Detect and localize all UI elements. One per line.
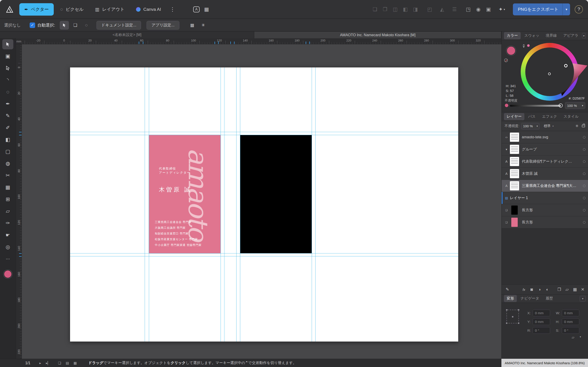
guide-line-vertical[interactable]	[149, 67, 149, 342]
rectangle-tool-icon[interactable]: ▢	[2, 147, 13, 157]
adjustment-layer-icon[interactable]: ◑	[536, 287, 544, 292]
tab-effects[interactable]: エフェク	[539, 113, 560, 120]
visibility-toggle[interactable]	[580, 197, 588, 199]
fill-color-well[interactable]	[506, 46, 516, 55]
document-info-strip[interactable]: AMAOTO Inc. Namecard Makoto Kisohara (10…	[502, 359, 588, 367]
document-tab-active[interactable]: AMAOTO Inc. Namecard Makoto Kisohara [M]	[254, 32, 502, 38]
w-field[interactable]: 0 mm	[562, 310, 579, 316]
canvas-viewport[interactable]: amaoto 代表取締役 アートディレクター 木曽原 誠 三重県商工会連合会 専…	[22, 44, 502, 359]
visibility-toggle[interactable]	[580, 136, 588, 139]
spread-view-icon[interactable]: ▤	[63, 361, 71, 365]
expand-chevron-icon[interactable]: ▾	[503, 148, 510, 151]
layer-row[interactable]: ‹› amaoto-tete.svg	[502, 131, 588, 143]
duplicate-layer-icon[interactable]: ❐	[555, 287, 563, 292]
layer-list-empty-area[interactable]	[502, 228, 588, 284]
r-field[interactable]: 0 °	[533, 327, 550, 334]
character-style-icon[interactable]: A	[191, 4, 201, 15]
vector-brush-tool-icon[interactable]: ✐	[2, 123, 13, 133]
tab-paths[interactable]: パス	[525, 113, 538, 120]
picture-frame-tool-icon[interactable]: ▦	[2, 182, 13, 192]
layer-opacity-field[interactable]: 100 % ▾	[521, 123, 540, 129]
tab-transform[interactable]: 変形	[504, 295, 517, 302]
knife-tool-icon[interactable]: ✂	[2, 170, 13, 181]
new-layer-icon[interactable]: ▦	[571, 287, 579, 292]
pan-tool-icon[interactable]: ☛	[2, 230, 13, 240]
current-fill-color-swatch[interactable]	[4, 270, 12, 278]
guide-line-vertical[interactable]	[224, 67, 225, 342]
guide-line-vertical[interactable]	[236, 67, 237, 342]
alignment-icon[interactable]: ☰	[450, 4, 460, 15]
help-button[interactable]: ?	[575, 5, 583, 14]
last-page-icon[interactable]: ▸▏	[44, 361, 52, 365]
no-color-icon[interactable]	[504, 58, 508, 62]
opacity-slider-handle[interactable]	[559, 103, 563, 108]
settings-gear-icon[interactable]: ✳	[199, 21, 208, 30]
move-tool-icon[interactable]	[2, 39, 13, 49]
select-cursor-toggle[interactable]	[60, 21, 69, 30]
hue-selector-dot[interactable]	[564, 64, 568, 67]
fx-icon[interactable]: fx	[520, 288, 528, 292]
single-page-view-icon[interactable]: ❏	[56, 361, 63, 365]
more-tools-icon[interactable]: ⋯	[2, 254, 13, 264]
app-settings-button[interactable]: アプリ設定...	[147, 21, 179, 30]
grid-settings-icon[interactable]: ▦	[188, 21, 197, 30]
visibility-toggle[interactable]	[580, 148, 588, 151]
delete-layer-icon[interactable]: ✕	[579, 287, 587, 292]
guide-line-vertical[interactable]	[315, 67, 316, 342]
layer-row[interactable]: ❏ 長方形	[502, 216, 588, 228]
horizontal-ruler[interactable]: mm -200204060801001201401601802002202402…	[16, 38, 502, 44]
clip-canvas-icon[interactable]: ▣	[484, 4, 493, 15]
boolean-add-icon[interactable]: ❏	[370, 4, 380, 15]
document-tab-untitled[interactable]: <名称未設定> [M]	[0, 32, 254, 38]
export-options-chevron-icon[interactable]: ▾	[563, 7, 570, 11]
x-field[interactable]: 0 mm	[533, 310, 550, 316]
business-card-back[interactable]	[240, 135, 312, 253]
auto-select-checkbox[interactable]: ✓	[30, 23, 35, 28]
affinity-logo[interactable]	[3, 3, 16, 16]
guide-line-horizontal[interactable]	[70, 256, 458, 257]
y-field[interactable]: 0 mm	[533, 318, 550, 325]
transform-mode-icon[interactable]: ◳	[463, 4, 473, 15]
boolean-intersect-icon[interactable]: ◫	[390, 4, 400, 15]
mesh-warp-tool-icon[interactable]: ⊞	[2, 194, 13, 204]
color-wheel[interactable]	[521, 43, 579, 101]
assistant-icon[interactable]: ◉	[473, 4, 484, 15]
transform-options-chevron-icon[interactable]: ▾	[580, 335, 581, 338]
snapping-icon[interactable]: ◰	[425, 4, 435, 15]
visibility-toggle[interactable]	[580, 173, 588, 175]
select-lasso-toggle[interactable]: ◌	[82, 21, 91, 30]
gradient-tool-icon[interactable]: ▱	[2, 206, 13, 216]
tab-styles[interactable]: スタイル	[561, 113, 581, 120]
artboard-tool-icon[interactable]: ▣	[2, 51, 13, 61]
business-card-front[interactable]: amaoto 代表取締役 アートディレクター 木曽原 誠 三重県商工会連合会 専…	[149, 135, 221, 253]
anchor-point-selector[interactable]	[506, 310, 519, 323]
lock-icon[interactable]	[582, 125, 585, 127]
layers-gear-icon[interactable]: ✳	[575, 124, 579, 128]
persona-pixel-button[interactable]: ◌ ピクセル	[55, 3, 89, 16]
contour-tool-icon[interactable]: ◌	[2, 87, 13, 97]
h-field[interactable]: 0 mm	[562, 318, 579, 325]
visibility-toggle[interactable]	[580, 160, 588, 163]
guide-line-vertical[interactable]	[240, 67, 240, 342]
sampled-color-dot[interactable]	[527, 44, 530, 47]
eyedropper-icon[interactable]: ✑	[521, 44, 527, 48]
panel-options-chevron-icon[interactable]: ▾	[580, 296, 586, 301]
mask-layer-icon[interactable]: ◙	[528, 287, 536, 292]
tab-layers[interactable]: レイヤー	[504, 113, 524, 120]
sl-triangle[interactable]	[545, 51, 588, 98]
live-filter-icon[interactable]: ◐	[544, 287, 551, 292]
s-field[interactable]: 0 °	[562, 327, 579, 334]
layer-row[interactable]: A 代表取締役¶アートディレク…	[502, 156, 588, 168]
layer-row[interactable]: ▤ レイヤー 1	[502, 192, 588, 204]
studio-presets-icon[interactable]: ▦	[201, 4, 212, 15]
guide-line-horizontal[interactable]	[70, 135, 458, 135]
pen-tool-icon[interactable]: ✒	[2, 99, 13, 109]
layer-row-selected[interactable]: A 三重県商工会連合会 専門家¶大…	[502, 180, 588, 192]
panel-options-chevron-icon[interactable]: ▾	[582, 33, 586, 39]
visibility-toggle[interactable]	[580, 221, 588, 224]
tab-history[interactable]: 履歴	[543, 295, 556, 302]
edit-all-layers-icon[interactable]: ✎	[503, 287, 511, 292]
boolean-subtract-icon[interactable]: ❐	[380, 4, 390, 15]
opacity-value-box[interactable]: 100 % ▾	[565, 102, 585, 109]
persona-layout-button[interactable]: ▥ レイアウト	[90, 3, 130, 16]
